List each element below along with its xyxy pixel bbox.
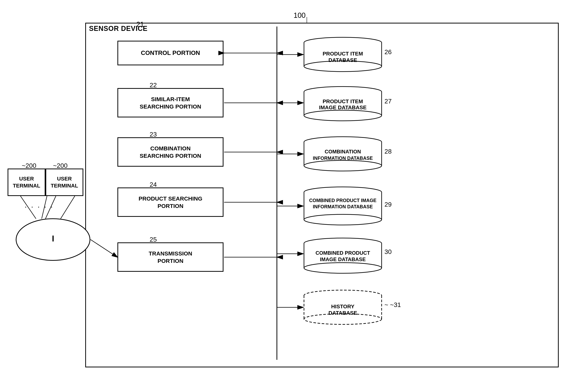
center-divider-line <box>277 26 277 360</box>
ref-23: 23 <box>150 131 157 138</box>
ref-30: 30 <box>384 248 392 255</box>
svg-point-27 <box>304 214 382 225</box>
svg-text:IMAGE DATABASE: IMAGE DATABASE <box>320 257 366 262</box>
transmission-box: TRANSMISSIONPORTION <box>118 242 223 272</box>
network-ellipse: I <box>15 218 91 261</box>
ref-31: ~ ~31 <box>384 301 401 308</box>
svg-text:IMAGE DATABASE: IMAGE DATABASE <box>319 105 367 110</box>
svg-line-61 <box>61 196 75 219</box>
ref-22: 22 <box>150 81 157 89</box>
svg-text:COMBINED PRODUCT: COMBINED PRODUCT <box>315 250 370 256</box>
control-portion-box: CONTROL PORTION <box>118 41 223 65</box>
svg-text:INFORMATION DATABASE: INFORMATION DATABASE <box>313 156 373 161</box>
db-26: PRODUCT ITEM DATABASE <box>303 37 383 72</box>
sensor-device-ref: 21 <box>136 21 144 28</box>
db-29: COMBINED PRODUCT IMAGE INFORMATION DATAB… <box>303 186 383 225</box>
svg-text:PRODUCT ITEM: PRODUCT ITEM <box>323 98 363 104</box>
svg-text:INFORMATION DATABASE: INFORMATION DATABASE <box>313 204 373 209</box>
product-searching-box: PRODUCT SEARCHINGPORTION <box>118 187 223 217</box>
db-28: COMBINATION INFORMATION DATABASE <box>303 136 383 171</box>
ref-100: 100 <box>293 11 306 20</box>
ref-200-1: ~200 <box>22 162 36 169</box>
similar-item-box: SIMILAR-ITEMSEARCHING PORTION <box>118 88 223 117</box>
svg-point-20 <box>304 161 382 171</box>
svg-text:PRODUCT ITEM: PRODUCT ITEM <box>323 51 363 57</box>
db-27: PRODUCT ITEM IMAGE DATABASE <box>303 86 383 121</box>
svg-text:HISTORY: HISTORY <box>331 303 355 309</box>
db-31: HISTORY DATABASE <box>303 290 383 325</box>
svg-text:COMBINED PRODUCT IMAGE: COMBINED PRODUCT IMAGE <box>309 198 377 203</box>
ref-25: 25 <box>150 236 157 243</box>
combination-searching-box: COMBINATIONSEARCHING PORTION <box>118 137 223 167</box>
user-terminal-1: USERTERMINAL <box>8 168 46 196</box>
svg-text:COMBINATION: COMBINATION <box>325 149 361 155</box>
ref-27: 27 <box>384 97 392 105</box>
svg-point-13 <box>304 110 382 121</box>
ref-24: 24 <box>150 181 157 188</box>
ellipsis-dots: . . . . . <box>25 201 54 209</box>
svg-point-34 <box>304 263 382 273</box>
user-terminal-2: USERTERMINAL <box>46 168 83 196</box>
ref-28: 28 <box>384 148 392 155</box>
svg-text:I: I <box>52 234 54 243</box>
db-30: COMBINED PRODUCT IMAGE DATABASE <box>303 238 383 274</box>
ref-26: 26 <box>384 48 392 56</box>
svg-text:DATABASE: DATABASE <box>328 310 357 316</box>
ref-29: 29 <box>384 201 392 208</box>
ref-200-2: ~200 <box>53 162 68 169</box>
diagram-container: 100 SENSOR DEVICE 21 CONTROL PORTION 22 … <box>0 0 575 392</box>
svg-text:DATABASE: DATABASE <box>328 57 357 63</box>
